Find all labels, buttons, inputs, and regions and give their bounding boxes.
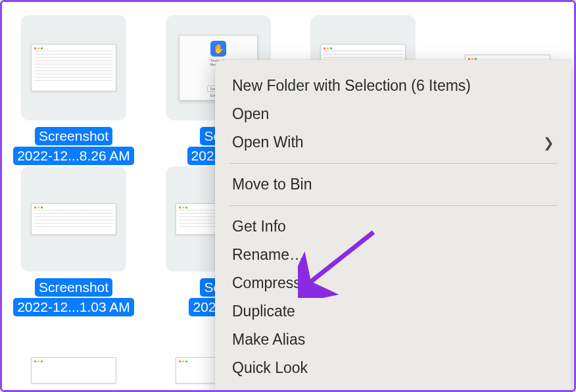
file-item[interactable]: Screenshot 2022-12...8.26 AM <box>3 15 144 166</box>
menu-label: New Folder with Selection (6 Items) <box>232 77 471 95</box>
thumbnail <box>21 318 126 392</box>
menu-label: Compress <box>232 274 301 292</box>
menu-label: Open With <box>232 134 304 151</box>
file-item[interactable] <box>3 318 144 392</box>
context-menu: New Folder with Selection (6 Items) Open… <box>215 60 571 392</box>
menu-quick-look[interactable]: Quick Look <box>215 354 571 382</box>
menu-duplicate[interactable]: Duplicate <box>215 297 571 326</box>
file-label-line2: 2022-12...8.26 AM <box>13 147 134 165</box>
menu-label: Quick Look <box>232 359 308 377</box>
file-item[interactable]: Screenshot 2022-12...1.03 AM <box>3 166 144 318</box>
menu-new-folder[interactable]: New Folder with Selection (6 Items) <box>215 72 571 100</box>
chevron-right-icon: ❯ <box>543 135 554 151</box>
thumbnail <box>21 166 126 272</box>
menu-make-alias[interactable]: Make Alias <box>215 326 571 354</box>
menu-open[interactable]: Open <box>215 100 571 128</box>
menu-move-to-bin[interactable]: Move to Bin <box>215 170 571 199</box>
file-label-line1: Screenshot <box>35 278 112 297</box>
thumbnail <box>21 15 126 120</box>
menu-get-info[interactable]: Get Info <box>215 212 571 241</box>
menu-divider <box>229 205 557 206</box>
menu-label: Duplicate <box>232 303 295 320</box>
menu-label: Rename… <box>232 246 304 264</box>
file-label-line1: Screenshot <box>35 127 112 145</box>
menu-divider <box>229 163 557 164</box>
menu-label: Make Alias <box>232 331 305 349</box>
menu-open-with[interactable]: Open With ❯ <box>215 128 571 157</box>
menu-label: Move to Bin <box>232 176 312 193</box>
menu-label: Open <box>232 105 269 123</box>
file-label-line2: 2022-12...1.03 AM <box>13 298 134 316</box>
hand-icon: ✋ <box>210 41 226 57</box>
menu-label: Get Info <box>232 218 286 235</box>
menu-compress[interactable]: Compress <box>215 269 571 297</box>
menu-rename[interactable]: Rename… <box>215 241 571 269</box>
